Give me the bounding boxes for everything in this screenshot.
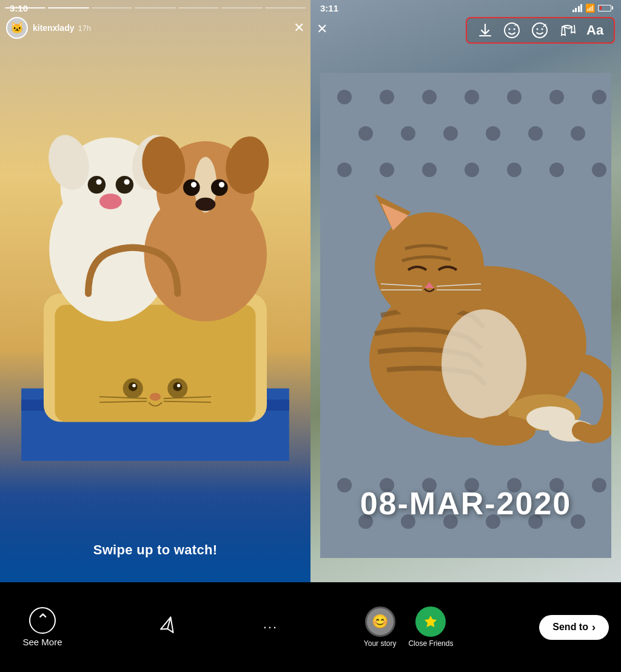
svg-point-20 xyxy=(116,176,133,193)
chevron-right-icon: › xyxy=(592,621,596,634)
story-username: kitenxlady xyxy=(33,23,74,33)
svg-point-69 xyxy=(441,309,526,418)
story-header-left: 🐱 kitenxlady 17h ✕ xyxy=(6,17,304,39)
wifi-icon-right: 📶 xyxy=(585,4,595,13)
svg-point-50 xyxy=(422,163,437,177)
sticker-face-button[interactable] xyxy=(501,22,523,39)
svg-rect-3 xyxy=(55,304,255,422)
music-button[interactable] xyxy=(556,22,578,39)
svg-point-79 xyxy=(469,415,535,446)
signal-icon-right xyxy=(572,4,583,12)
close-friends-button[interactable]: Close Friends xyxy=(408,606,453,648)
close-friends-avatar xyxy=(415,606,446,637)
direct-send-button[interactable] xyxy=(155,615,180,640)
svg-point-36 xyxy=(380,90,394,104)
svg-point-9 xyxy=(177,384,181,388)
svg-point-21 xyxy=(96,179,101,184)
bottom-gradient-left xyxy=(0,461,310,582)
your-story-label: Your story xyxy=(364,639,397,648)
svg-point-51 xyxy=(465,163,479,177)
text-button[interactable]: Aa xyxy=(584,22,606,38)
battery-icon-right xyxy=(598,5,611,12)
svg-point-35 xyxy=(337,90,352,104)
svg-point-39 xyxy=(507,90,522,104)
story-left[interactable]: 🐱 kitenxlady 17h ✕ Swipe up to watch! xyxy=(0,0,310,582)
svg-point-30 xyxy=(211,179,228,196)
svg-point-84 xyxy=(509,29,511,30)
status-time-right: 3:11 xyxy=(320,3,338,13)
svg-point-83 xyxy=(505,23,519,38)
svg-point-48 xyxy=(337,163,352,177)
status-bar-right: 3:11 📶 xyxy=(310,0,621,16)
status-icons-right: 📶 xyxy=(572,4,612,13)
see-more-label: See More xyxy=(22,637,62,647)
avatar-left[interactable]: 🐱 xyxy=(6,17,28,39)
svg-point-42 xyxy=(358,126,373,141)
svg-point-44 xyxy=(443,126,458,141)
close-story-left-button[interactable]: ✕ xyxy=(294,21,304,35)
svg-point-23 xyxy=(99,193,122,209)
chevron-up-icon: ⌃ xyxy=(29,607,56,634)
svg-point-70 xyxy=(375,212,484,321)
svg-point-31 xyxy=(191,182,196,187)
more-options-button[interactable]: ··· xyxy=(263,619,278,635)
svg-point-47 xyxy=(571,126,585,141)
svg-point-87 xyxy=(536,29,538,30)
story-edit-toolbar: Aa xyxy=(466,17,615,44)
svg-point-85 xyxy=(514,29,515,30)
svg-point-41 xyxy=(592,90,606,104)
svg-point-45 xyxy=(486,126,500,141)
close-story-right-button[interactable]: ✕ xyxy=(317,21,327,37)
close-friends-label: Close Friends xyxy=(408,639,453,648)
svg-point-40 xyxy=(549,90,564,104)
send-to-button[interactable]: Send to › xyxy=(539,615,609,640)
download-button[interactable] xyxy=(475,22,495,38)
status-time-left: 3:10 xyxy=(10,3,28,13)
story-actions: 😊 Your story Close Friends xyxy=(364,606,454,648)
swipe-up-text: Swipe up to watch! xyxy=(0,542,310,558)
svg-point-10 xyxy=(150,393,161,401)
your-story-button[interactable]: 😊 Your story xyxy=(364,606,397,648)
svg-point-29 xyxy=(183,179,200,196)
svg-point-46 xyxy=(528,126,543,141)
svg-point-49 xyxy=(380,163,394,177)
svg-point-38 xyxy=(465,90,479,104)
story-right[interactable]: ✕ xyxy=(310,0,621,582)
svg-point-52 xyxy=(507,163,522,177)
svg-marker-90 xyxy=(425,616,437,627)
svg-point-53 xyxy=(549,163,564,177)
svg-point-33 xyxy=(195,198,215,211)
send-to-label: Send to xyxy=(552,622,588,633)
svg-point-88 xyxy=(541,29,543,30)
puppies-image xyxy=(0,42,310,461)
bottom-bar: ⌃ See More ··· 😊 Your story Close Friend… xyxy=(0,582,621,672)
svg-point-32 xyxy=(219,182,224,187)
svg-point-22 xyxy=(124,179,129,184)
face-ar-button[interactable] xyxy=(529,22,551,39)
svg-point-19 xyxy=(88,176,106,193)
see-more-button[interactable]: ⌃ See More xyxy=(12,607,73,647)
your-story-avatar: 😊 xyxy=(365,606,395,637)
svg-point-37 xyxy=(422,90,437,104)
svg-point-43 xyxy=(401,126,415,141)
story-time: 17h xyxy=(78,24,91,33)
svg-point-54 xyxy=(592,163,606,177)
svg-point-8 xyxy=(132,384,136,388)
date-overlay: 08-MAR-2020 xyxy=(310,485,621,522)
stories-area: 🐱 kitenxlady 17h ✕ Swipe up to watch! xyxy=(0,0,621,582)
